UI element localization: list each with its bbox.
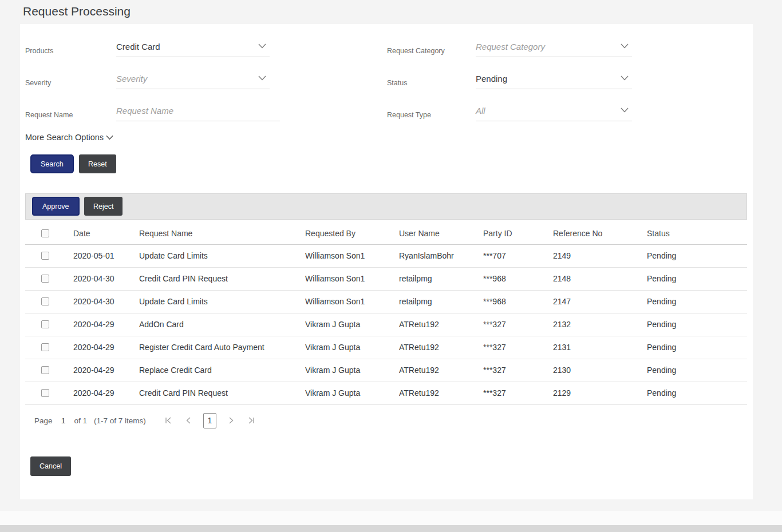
cell-date: 2020-04-30 (73, 267, 139, 290)
table-row: 2020-04-30 Credit Card PIN Request Willi… (25, 267, 747, 290)
cell-requested-by: Williamson Son1 (305, 267, 399, 290)
column-header-party-id: Party ID (483, 223, 553, 244)
last-page-icon (247, 416, 255, 424)
first-page-icon (164, 416, 172, 424)
chevron-down-icon (621, 76, 629, 81)
request-category-select[interactable]: Request Category (476, 37, 632, 57)
table-row: 2020-04-29 Replace Credit Card Vikram J … (25, 359, 747, 382)
cell-reference-no: 2131 (553, 336, 647, 359)
cell-date: 2020-04-29 (73, 382, 139, 404)
chevron-down-icon (621, 108, 629, 113)
request-category-value: Request Category (476, 42, 545, 51)
reset-button[interactable]: Reset (79, 154, 116, 173)
products-label: Products (25, 47, 53, 55)
cell-requested-by: Williamson Son1 (305, 290, 399, 313)
status-label: Status (387, 79, 407, 87)
cell-requested-by: Williamson Son1 (305, 244, 399, 267)
first-page-button[interactable] (162, 414, 175, 427)
cell-date: 2020-04-30 (73, 290, 139, 313)
pagination: Page of 1 (1-7 of 7 items) 1 (25, 409, 266, 432)
cell-user-name: RyanIslamBohr (399, 244, 483, 267)
column-header-date: Date (73, 223, 139, 244)
requests-table: Date Request Name Requested By User Name… (25, 223, 747, 405)
cell-requested-by: Vikram J Gupta (305, 336, 399, 359)
cell-request-name: Replace Credit Card (139, 359, 305, 382)
previous-page-button[interactable] (183, 414, 195, 427)
request-type-label: Request Type (387, 111, 431, 119)
row-checkbox[interactable] (41, 252, 49, 260)
table-row: 2020-04-29 Register Credit Card Auto Pay… (25, 336, 747, 359)
cell-user-name: ATRetu192 (399, 359, 483, 382)
cell-status: Pending (647, 359, 747, 382)
table-row: 2020-04-30 Update Card Limits Williamson… (25, 290, 747, 313)
cell-request-name: Register Credit Card Auto Payment (139, 336, 305, 359)
cell-status: Pending (647, 267, 747, 290)
cell-party-id: ***327 (483, 359, 553, 382)
column-header-requested-by: Requested By (305, 223, 399, 244)
row-checkbox[interactable] (41, 389, 49, 397)
table-row: 2020-04-29 AddOn Card Vikram J Gupta ATR… (25, 313, 747, 336)
more-search-options-label: More Search Options (25, 133, 104, 142)
cell-user-name: retailpmg (399, 267, 483, 290)
cell-user-name: ATRetu192 (399, 382, 483, 404)
row-checkbox[interactable] (41, 297, 49, 305)
cell-status: Pending (647, 382, 747, 404)
more-search-options-link[interactable]: More Search Options (25, 133, 113, 142)
cell-date: 2020-05-01 (73, 244, 139, 267)
row-checkbox[interactable] (41, 320, 49, 328)
cell-request-name: AddOn Card (139, 313, 305, 336)
request-category-label: Request Category (387, 47, 445, 55)
reject-button[interactable]: Reject (84, 197, 123, 216)
table-body: 2020-05-01 Update Card Limits Williamson… (25, 244, 747, 404)
cell-date: 2020-04-29 (73, 359, 139, 382)
cell-user-name: retailpmg (399, 290, 483, 313)
cell-requested-by: Vikram J Gupta (305, 382, 399, 404)
row-checkbox[interactable] (41, 366, 49, 374)
request-type-value: All (476, 106, 485, 116)
request-name-label: Request Name (25, 111, 73, 119)
last-page-button[interactable] (245, 414, 258, 427)
cell-party-id: ***327 (483, 336, 553, 359)
severity-value: Severity (116, 74, 147, 84)
page-of-label: of 1 (74, 416, 88, 425)
page-number-input[interactable] (55, 416, 72, 425)
column-header-status: Status (647, 223, 747, 244)
current-page-button[interactable]: 1 (203, 413, 216, 428)
action-toolbar: Approve Reject (25, 193, 747, 220)
search-button[interactable]: Search (30, 154, 74, 173)
column-header-request-name: Request Name (139, 223, 305, 244)
cell-reference-no: 2148 (553, 267, 647, 290)
chevron-down-icon (106, 135, 113, 140)
cancel-button[interactable]: Cancel (30, 456, 71, 476)
products-value: Credit Card (116, 42, 160, 51)
status-select[interactable]: Pending (476, 69, 632, 89)
chevron-right-icon (227, 416, 235, 424)
cell-reference-no: 2132 (553, 313, 647, 336)
cell-reference-no: 2149 (553, 244, 647, 267)
footer-strip (0, 511, 782, 525)
cell-user-name: ATRetu192 (399, 313, 483, 336)
column-header-reference-no: Reference No (553, 223, 647, 244)
cell-party-id: ***327 (483, 313, 553, 336)
page-title: Request Processing (23, 5, 131, 18)
request-type-select[interactable]: All (476, 101, 632, 121)
next-page-button[interactable] (224, 414, 237, 427)
request-name-input[interactable] (116, 106, 280, 116)
cell-party-id: ***968 (483, 267, 553, 290)
cell-date: 2020-04-29 (73, 313, 139, 336)
cell-request-name: Credit Card PIN Request (139, 382, 305, 404)
severity-select[interactable]: Severity (116, 69, 270, 89)
row-checkbox[interactable] (41, 343, 49, 351)
horizontal-scrollbar[interactable] (0, 525, 782, 532)
products-select[interactable]: Credit Card (116, 37, 270, 57)
select-all-checkbox[interactable] (41, 229, 49, 237)
severity-label: Severity (25, 79, 51, 87)
row-checkbox[interactable] (41, 275, 49, 283)
cell-status: Pending (647, 336, 747, 359)
request-name-field-wrap (116, 101, 280, 121)
cell-date: 2020-04-29 (73, 336, 139, 359)
cell-request-name: Update Card Limits (139, 244, 305, 267)
cell-status: Pending (647, 313, 747, 336)
cell-request-name: Update Card Limits (139, 290, 305, 313)
approve-button[interactable]: Approve (32, 197, 80, 216)
